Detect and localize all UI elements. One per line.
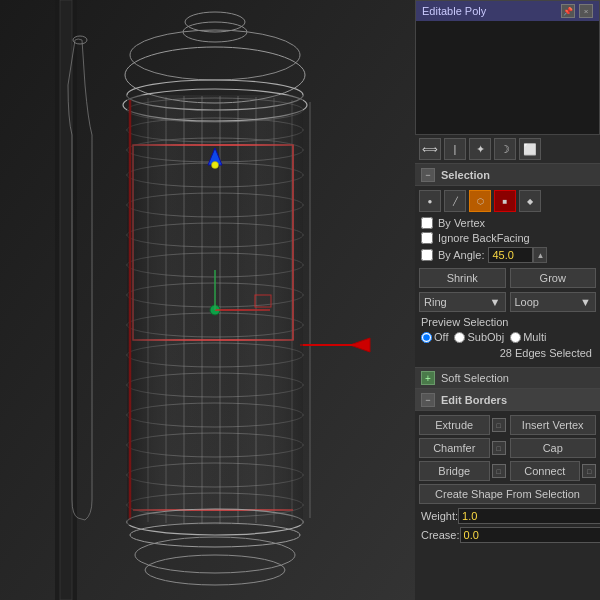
selection-header[interactable]: − Selection (415, 164, 600, 186)
svg-rect-53 (127, 95, 303, 525)
edit-borders-title: Edit Borders (441, 394, 507, 406)
bridge-btn[interactable]: Bridge (419, 461, 490, 481)
connect-settings-btn[interactable]: □ (582, 464, 596, 478)
radio-off: Off (421, 331, 448, 343)
radio-off-input[interactable] (421, 332, 432, 343)
soft-selection-title: Soft Selection (441, 372, 509, 384)
by-angle-row: By Angle: ▲ (419, 247, 596, 263)
ring-btn[interactable]: Ring ▼ (419, 292, 506, 312)
preview-area: Editable Poly 📌 × (415, 0, 600, 135)
right-panel: Editable Poly 📌 × ⟺ | ✦ ☽ ⬜ − Selection … (415, 0, 600, 600)
collapse-selection-btn[interactable]: − (421, 168, 435, 182)
weight-input[interactable] (458, 508, 600, 524)
sel-icons-row: ● ╱ ⬡ ■ ◆ (419, 190, 596, 212)
toolbar-btn-1[interactable]: ⟺ (419, 138, 441, 160)
collapse-edit-borders-btn[interactable]: − (421, 393, 435, 407)
ignore-backfacing-row: Ignore BackFacing (419, 232, 596, 244)
toolbar-btn-3[interactable]: ✦ (469, 138, 491, 160)
selection-section: ● ╱ ⬡ ■ ◆ By Vertex Ignore BackFacing By… (415, 186, 600, 367)
sel-border-btn[interactable]: ⬡ (469, 190, 491, 212)
extrude-btn[interactable]: Extrude (419, 415, 490, 435)
sel-edge-btn[interactable]: ╱ (444, 190, 466, 212)
connect-btn[interactable]: Connect (510, 461, 581, 481)
loop-arrow: ▼ (580, 296, 591, 308)
chamfer-btn[interactable]: Chamfer (419, 438, 490, 458)
edges-selected-count: 28 Edges Selected (419, 347, 596, 359)
toolbar-btn-4[interactable]: ☽ (494, 138, 516, 160)
extrude-insert-row: Extrude □ Insert Vertex (419, 415, 596, 435)
viewport-3d[interactable] (0, 0, 415, 600)
radio-multi-input[interactable] (510, 332, 521, 343)
crease-label: Crease: (421, 529, 460, 541)
sel-vertex-btn[interactable]: ● (419, 190, 441, 212)
cap-btn[interactable]: Cap (510, 438, 597, 458)
loop-label: Loop (515, 296, 539, 308)
bridge-settings-btn[interactable]: □ (492, 464, 506, 478)
preview-selection-row: Preview Selection (419, 316, 596, 328)
create-shape-btn[interactable]: Create Shape From Selection (419, 484, 596, 504)
crease-input[interactable] (460, 527, 600, 543)
extrude-group: Extrude □ (419, 415, 506, 435)
by-vertex-label: By Vertex (438, 217, 485, 229)
preview-radio-group: Off SubObj Multi (419, 331, 596, 343)
toolbar-row: ⟺ | ✦ ☽ ⬜ (415, 135, 600, 164)
cap-group: Cap (510, 438, 597, 458)
toolbar-btn-2[interactable]: | (444, 138, 466, 160)
svg-rect-3 (60, 0, 72, 600)
pin-icon[interactable]: 📌 (561, 4, 575, 18)
ring-arrow: ▼ (490, 296, 501, 308)
preview-title-bar: Editable Poly 📌 × (416, 1, 599, 21)
by-vertex-row: By Vertex (419, 217, 596, 229)
by-angle-checkbox[interactable] (421, 249, 433, 261)
chamfer-settings-btn[interactable]: □ (492, 441, 506, 455)
crease-row: Crease: ▲ ▼ (419, 527, 596, 543)
preview-title-icons: 📌 × (561, 4, 593, 18)
sel-element-btn[interactable]: ◆ (519, 190, 541, 212)
bridge-connect-row: Bridge □ Connect □ (419, 461, 596, 481)
chamfer-group: Chamfer □ (419, 438, 506, 458)
selection-title: Selection (441, 169, 490, 181)
grow-btn[interactable]: Grow (510, 268, 597, 288)
weight-label: Weight: (421, 510, 458, 522)
radio-multi: Multi (510, 331, 546, 343)
edit-borders-section: Extrude □ Insert Vertex Chamfer □ Cap (415, 411, 600, 550)
loop-btn[interactable]: Loop ▼ (510, 292, 597, 312)
shrink-grow-row: Shrink Grow (419, 268, 596, 288)
ring-loop-row: Ring ▼ Loop ▼ (419, 292, 596, 312)
edit-borders-header[interactable]: − Edit Borders (415, 389, 600, 411)
radio-multi-label: Multi (523, 331, 546, 343)
angle-value-input[interactable] (488, 247, 533, 263)
by-angle-label: By Angle: (438, 249, 484, 261)
radio-subobj-label: SubObj (467, 331, 504, 343)
toolbar-btn-5[interactable]: ⬜ (519, 138, 541, 160)
chamfer-cap-row: Chamfer □ Cap (419, 438, 596, 458)
angle-spinner[interactable]: ▲ (533, 247, 547, 263)
weight-row: Weight: ▲ ▼ (419, 508, 596, 524)
connect-group: Connect □ (510, 461, 597, 481)
radio-subobj-input[interactable] (454, 332, 465, 343)
expand-soft-selection-btn[interactable]: + (421, 371, 435, 385)
shrink-btn[interactable]: Shrink (419, 268, 506, 288)
soft-selection-header[interactable]: + Soft Selection (415, 367, 600, 389)
preview-selection-label: Preview Selection (421, 316, 508, 328)
ring-label: Ring (424, 296, 447, 308)
bridge-group: Bridge □ (419, 461, 506, 481)
insert-vertex-group: Insert Vertex (510, 415, 597, 435)
radio-off-label: Off (434, 331, 448, 343)
radio-subobj: SubObj (454, 331, 504, 343)
extrude-settings-btn[interactable]: □ (492, 418, 506, 432)
sel-poly-btn[interactable]: ■ (494, 190, 516, 212)
preview-title: Editable Poly (422, 5, 486, 17)
close-icon[interactable]: × (579, 4, 593, 18)
by-vertex-checkbox[interactable] (421, 217, 433, 229)
ignore-backfacing-checkbox[interactable] (421, 232, 433, 244)
insert-vertex-btn[interactable]: Insert Vertex (510, 415, 597, 435)
ignore-backfacing-label: Ignore BackFacing (438, 232, 530, 244)
